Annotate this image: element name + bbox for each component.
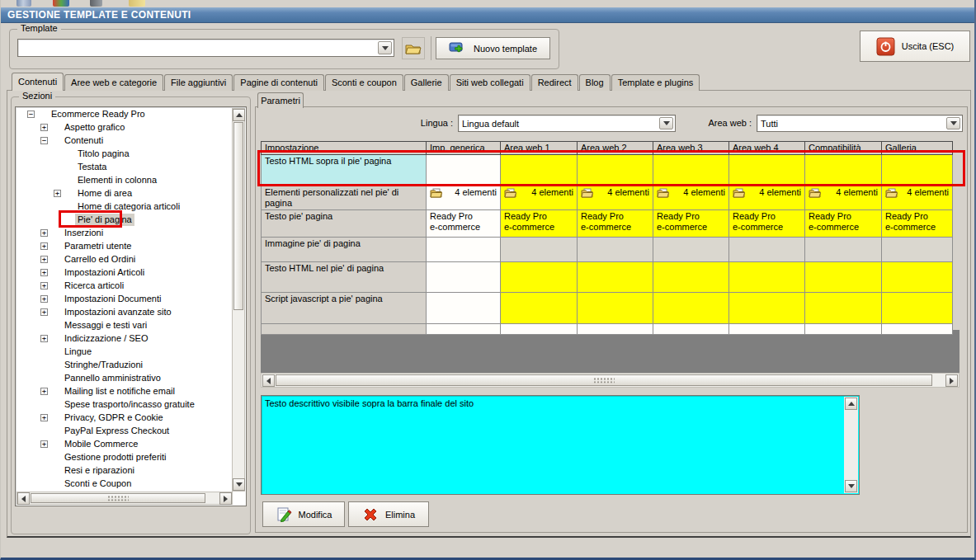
lingua-combobox[interactable]: Lingua default — [458, 115, 676, 132]
template-combobox[interactable] — [17, 39, 394, 57]
param-cell[interactable]: 4 elementi — [653, 186, 729, 210]
tab-redirect[interactable]: Redirect — [531, 74, 578, 91]
tab-template-e-plugins[interactable]: Template e plugins — [611, 74, 700, 91]
scroll-left-icon[interactable] — [262, 374, 275, 387]
tab-file-aggiuntivi[interactable]: File aggiuntivi — [164, 74, 233, 91]
param-cell[interactable] — [805, 155, 882, 186]
param-cell[interactable]: 4 elementi — [501, 186, 578, 210]
chevron-down-icon[interactable] — [946, 117, 960, 129]
param-cell[interactable] — [653, 262, 729, 293]
param-cell[interactable]: Ready Proe-commerce — [729, 210, 805, 238]
param-cell[interactable] — [578, 155, 653, 186]
param-cell[interactable]: 4 elementi — [729, 186, 805, 210]
column-header-area-web-2[interactable]: Area web 2 — [578, 142, 653, 155]
param-cell[interactable]: Ready Proe-commerce — [501, 210, 578, 238]
column-header-imp-generica[interactable]: Imp. generica — [427, 142, 501, 155]
param-cell[interactable] — [427, 155, 501, 186]
param-cell[interactable] — [578, 238, 653, 262]
expand-icon[interactable]: + — [40, 388, 48, 395]
open-template-folder-button[interactable] — [402, 37, 425, 59]
param-cell[interactable] — [729, 155, 805, 186]
param-cell[interactable] — [427, 262, 501, 293]
tab-blog[interactable]: Blog — [579, 74, 611, 91]
param-cell[interactable] — [729, 238, 805, 262]
scroll-right-icon[interactable] — [945, 374, 958, 387]
column-header-impostazione[interactable]: Impostazione — [262, 142, 427, 155]
scroll-up-icon[interactable] — [233, 109, 245, 121]
tab-contenuti[interactable]: Contenuti — [12, 73, 64, 91]
param-cell[interactable]: Ready Proe-commerce — [882, 210, 953, 238]
param-cell[interactable] — [501, 155, 578, 186]
modifica-button[interactable]: Modifica — [262, 501, 345, 527]
description-textarea[interactable]: Testo descrittivo visibile sopra la barr… — [261, 395, 860, 495]
param-cell[interactable] — [653, 293, 729, 324]
scroll-left-icon[interactable] — [17, 492, 30, 505]
tab-gallerie[interactable]: Gallerie — [404, 74, 449, 91]
expand-icon[interactable]: + — [40, 440, 48, 448]
elimina-button[interactable]: Elimina — [348, 501, 429, 527]
param-cell[interactable]: Ready Proe-commerce — [578, 210, 653, 238]
uscita-button[interactable]: Uscita (ESC) — [860, 31, 970, 62]
param-cell[interactable] — [501, 324, 578, 335]
scroll-right-icon[interactable] — [219, 492, 232, 505]
param-cell[interactable] — [578, 293, 653, 324]
param-cell[interactable]: Ready Proe-commerce — [427, 210, 501, 238]
param-cell[interactable] — [578, 262, 653, 293]
param-cell[interactable] — [578, 324, 653, 335]
param-cell[interactable]: 4 elementi — [427, 186, 501, 210]
tab-sconti-e-coupon[interactable]: Sconti e coupon — [325, 74, 403, 91]
param-cell[interactable] — [882, 324, 953, 335]
column-header-compatibilit[interactable]: Compatibilità — [805, 142, 882, 155]
tree-horizontal-scrollbar[interactable] — [17, 492, 233, 505]
collapse-icon[interactable]: − — [27, 111, 35, 118]
param-cell[interactable] — [882, 293, 953, 324]
tab-parametri[interactable]: Parametri — [257, 92, 304, 108]
param-cell[interactable] — [501, 238, 578, 262]
param-cell[interactable] — [805, 293, 882, 324]
tree-vertical-scrollbar[interactable] — [232, 108, 245, 492]
param-cell[interactable] — [729, 324, 805, 335]
table-horizontal-scrollbar[interactable] — [261, 373, 959, 388]
tab-pagine-di-contenuti[interactable]: Pagine di contenuti — [233, 74, 324, 91]
param-cell[interactable]: 4 elementi — [805, 186, 882, 210]
column-header-area-web-4[interactable]: Area web 4 — [729, 142, 805, 155]
param-cell[interactable] — [653, 155, 729, 186]
expand-icon[interactable]: + — [40, 242, 48, 250]
param-cell[interactable]: Ready Proe-commerce — [805, 210, 882, 238]
expand-icon[interactable]: + — [40, 308, 48, 316]
description-vertical-scrollbar[interactable] — [844, 397, 858, 493]
param-cell[interactable] — [805, 238, 882, 262]
expand-icon[interactable]: + — [40, 256, 48, 263]
expand-icon[interactable]: + — [40, 295, 48, 303]
scroll-up-icon[interactable] — [845, 398, 857, 410]
param-cell[interactable] — [653, 324, 729, 335]
param-cell[interactable] — [805, 262, 882, 293]
param-cell[interactable] — [729, 262, 805, 293]
tab-aree-web-e-categorie[interactable]: Aree web e categorie — [64, 74, 163, 91]
param-cell[interactable]: 4 elementi — [578, 186, 653, 210]
collapse-icon[interactable]: − — [40, 137, 48, 144]
param-cell[interactable] — [427, 324, 501, 335]
expand-icon[interactable]: + — [40, 124, 48, 131]
tree-vscroll-thumb[interactable] — [233, 122, 243, 310]
expand-icon[interactable]: + — [40, 414, 48, 421]
param-cell[interactable] — [805, 324, 882, 335]
column-header-galleria[interactable]: Galleria — [882, 142, 953, 155]
expand-icon[interactable]: + — [54, 190, 61, 197]
expand-icon[interactable]: + — [40, 229, 48, 237]
expand-icon[interactable]: + — [40, 269, 48, 276]
area-web-combobox[interactable]: Tutti — [757, 115, 963, 132]
param-cell[interactable] — [882, 155, 953, 186]
param-cell[interactable] — [882, 262, 953, 293]
scroll-down-icon[interactable] — [845, 480, 857, 492]
nuovo-template-button[interactable]: Nuovo template — [436, 37, 550, 59]
param-cell[interactable] — [427, 293, 501, 324]
column-header-area-web-1[interactable]: Area web 1 — [501, 142, 578, 155]
param-cell[interactable] — [427, 238, 501, 262]
param-cell[interactable]: 4 elementi — [882, 186, 953, 210]
param-cell[interactable] — [501, 262, 578, 293]
tree-hscroll-thumb[interactable] — [31, 493, 205, 503]
chevron-down-icon[interactable] — [378, 41, 392, 54]
table-hscroll-thumb[interactable] — [276, 374, 932, 386]
param-cell[interactable] — [653, 238, 729, 262]
